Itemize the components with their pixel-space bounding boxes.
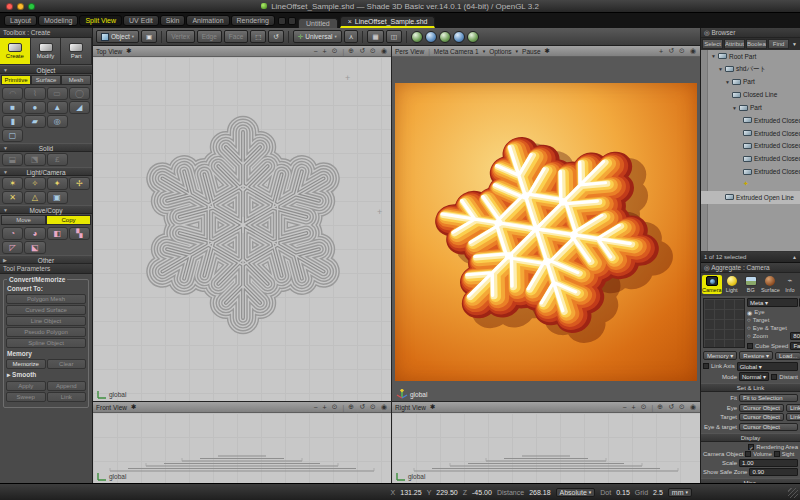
scale-field[interactable]: 1.00 xyxy=(739,459,798,467)
tree-row-part[interactable]: ▼Part xyxy=(701,76,800,89)
magnifier-icon[interactable]: ⊙ xyxy=(641,403,648,411)
tab-boolean[interactable]: Boolean xyxy=(746,39,767,49)
edge-mode-button[interactable]: Edge xyxy=(197,30,222,43)
safe-zone-field[interactable]: 0.90 xyxy=(749,468,798,476)
workspace-add-button[interactable] xyxy=(278,17,286,25)
fit-to-selection-button[interactable]: Fit to Selection xyxy=(739,394,798,402)
sphere-primitive-icon[interactable]: ● xyxy=(24,101,45,114)
tab-skin[interactable]: Skin xyxy=(160,15,186,26)
tab-primitive[interactable]: Primitive xyxy=(1,75,31,85)
gear-icon[interactable]: ✱ xyxy=(131,403,136,411)
universal-manipulator-button[interactable]: ✛Universal▾ xyxy=(293,30,342,43)
mode-part-button[interactable]: Part xyxy=(61,38,92,64)
viewport-front[interactable]: Front View ✱ − + ⊙ | ⊕ ↺ ⊙ ◉ global xyxy=(93,402,391,483)
tree-row-part2[interactable]: ▼Part xyxy=(701,101,800,114)
close-window-button[interactable] xyxy=(6,3,13,10)
minimize-window-button[interactable] xyxy=(17,3,24,10)
linear-copy-icon[interactable]: ⬕ xyxy=(24,241,45,254)
filter-icon[interactable]: ▼ xyxy=(790,41,799,47)
link-axis-dropdown[interactable]: Global ▾ xyxy=(737,362,798,371)
unit-dropdown[interactable]: mm▾ xyxy=(668,488,692,497)
solid-union-icon[interactable]: ⬓ xyxy=(2,153,23,166)
cube-speed-field[interactable]: Fast xyxy=(790,342,800,350)
cube-primitive-icon[interactable]: ■ xyxy=(2,101,23,114)
doc-tab-active[interactable]: × LineOffset_Sample.shd xyxy=(340,16,436,28)
viewport-pers[interactable]: Pers View | Meta Camera 1 ▾ Options ▾ Pa… xyxy=(392,46,700,401)
workspace-menu-button[interactable] xyxy=(288,17,296,25)
scale-copy-icon[interactable]: ◸ xyxy=(2,241,23,254)
tab-move[interactable]: Move xyxy=(1,215,46,225)
tab-camera[interactable]: Camera xyxy=(702,275,722,294)
eye-target-cursor-object-button[interactable]: Cursor Object xyxy=(739,423,798,431)
smooth-sweep-button[interactable]: Sweep xyxy=(6,392,46,402)
tab-attributes[interactable]: Attributes xyxy=(724,39,745,49)
rendering-area-checkbox[interactable]: ✓ xyxy=(748,444,754,450)
expand-triangle-icon[interactable]: ▼ xyxy=(725,79,730,85)
tab-find[interactable]: Find xyxy=(768,39,789,49)
tab-select[interactable]: Select xyxy=(702,39,723,49)
zoom-in-icon[interactable]: + xyxy=(323,404,328,411)
tab-modeling[interactable]: Modeling xyxy=(38,15,78,26)
zoom-in-icon[interactable]: + xyxy=(632,404,637,411)
camera-view-icon[interactable]: ◉ xyxy=(690,47,697,55)
marquee-select-button[interactable]: ⬚ xyxy=(250,30,266,43)
point-light-icon[interactable]: ✶ xyxy=(2,177,23,190)
directional-light-icon[interactable]: ✦ xyxy=(47,177,68,190)
camera-view-icon[interactable]: ◉ xyxy=(381,403,388,411)
array-copy-icon[interactable]: ▚ xyxy=(69,227,90,240)
coordinate-mode-dropdown[interactable]: Absolute▾ xyxy=(556,488,596,497)
restore-button[interactable]: Restore ▾ xyxy=(739,351,773,360)
rotate-copy-icon[interactable]: ◕ xyxy=(24,227,45,240)
mode-create-button[interactable]: Create xyxy=(0,38,31,64)
gear-icon[interactable]: ✱ xyxy=(545,47,550,55)
target-link-button[interactable]: Link xyxy=(786,413,800,421)
convert-polygon-mesh-button[interactable]: Polygon Mesh xyxy=(6,294,86,304)
distant-checkbox[interactable] xyxy=(771,374,777,380)
display-section[interactable]: Display xyxy=(701,433,800,442)
convert-pseudo-polygon-button[interactable]: Pseudo Polygon xyxy=(6,327,86,337)
area-light-icon[interactable]: ✢ xyxy=(69,177,90,190)
tree-row-extruded-closed[interactable]: Extruded Closed xyxy=(701,165,800,178)
magnifier-icon[interactable]: ⊙ xyxy=(332,47,339,55)
expand-triangle-icon[interactable]: ▼ xyxy=(711,53,716,59)
link-axis-checkbox[interactable] xyxy=(703,363,709,369)
pers-view-canvas[interactable]: global xyxy=(392,57,700,401)
section-move-copy[interactable]: ▼Move/Copy xyxy=(0,205,92,214)
close-tab-icon[interactable]: × xyxy=(348,18,352,25)
tree-row-extruded-closed[interactable]: Extruded Closed xyxy=(701,114,800,127)
tree-row-extruded-closed[interactable]: Extruded Closed xyxy=(701,140,800,153)
zoom-in-icon[interactable]: + xyxy=(659,48,664,55)
collapse-panel-icon[interactable]: ▲ xyxy=(792,254,797,260)
section-other[interactable]: ▶Other xyxy=(0,255,92,264)
camera-tool-icon[interactable]: ▣ xyxy=(47,191,68,204)
tree-row-extruded-open-line[interactable]: Extruded Open Line xyxy=(701,191,800,204)
rounded-cube-primitive-icon[interactable]: ▢ xyxy=(2,129,23,142)
tab-uv-edit[interactable]: UV Edit xyxy=(123,15,159,26)
rotate-icon[interactable]: ↺ xyxy=(359,47,366,55)
rotate-icon[interactable]: ↺ xyxy=(668,403,675,411)
camera-preview[interactable] xyxy=(703,298,745,348)
section-object[interactable]: ▼Object xyxy=(0,65,92,74)
convert-line-object-button[interactable]: Line Object xyxy=(6,316,86,326)
set-link-section[interactable]: Set & Link xyxy=(701,383,800,392)
camera-view-icon[interactable]: ◉ xyxy=(690,403,697,411)
cube-speed-row[interactable]: Cube SpeedFast xyxy=(747,342,800,350)
expand-triangle-icon[interactable]: ▼ xyxy=(718,66,723,72)
load-button[interactable]: Load... xyxy=(775,352,800,360)
smooth-apply-button[interactable]: Apply xyxy=(6,381,46,391)
zoom-tool-icon[interactable]: ⊙ xyxy=(370,403,377,411)
zoom-in-icon[interactable]: + xyxy=(323,48,328,55)
viewport-top[interactable]: Top View ✱ − + ⊙ | ⊕ ↺ ⊙ ◉ xyxy=(93,46,391,401)
light-array-icon[interactable]: △ xyxy=(24,191,45,204)
pyramid-primitive-icon[interactable]: ◢ xyxy=(69,101,90,114)
tab-bg[interactable]: BG xyxy=(742,275,760,294)
sight-checkbox[interactable] xyxy=(774,451,780,457)
shading-mode-1-icon[interactable] xyxy=(411,31,423,43)
camera-mode-button[interactable]: ▣ xyxy=(141,30,157,43)
cone-primitive-icon[interactable]: ▲ xyxy=(47,101,68,114)
ambient-light-icon[interactable]: ✕ xyxy=(2,191,23,204)
memory-button[interactable]: Memory ▾ xyxy=(703,351,737,360)
rotate-icon[interactable]: ↺ xyxy=(668,47,675,55)
plane-primitive-icon[interactable]: ▰ xyxy=(24,115,45,128)
section-light-camera[interactable]: ▼Light/Camera xyxy=(0,167,92,176)
